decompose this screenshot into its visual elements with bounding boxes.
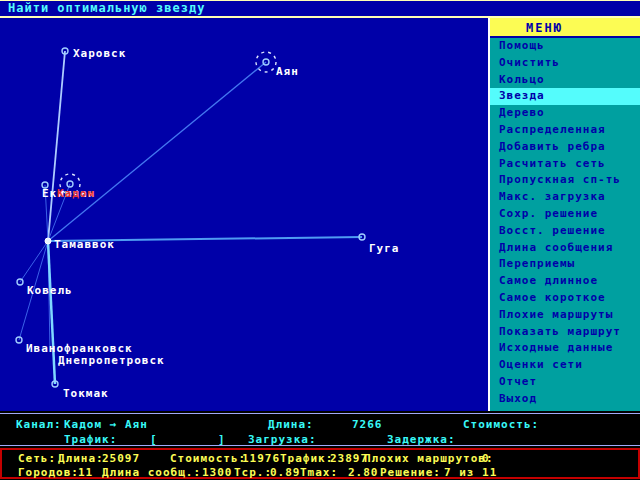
length-value: 7266 <box>352 418 383 431</box>
graph-edge <box>48 62 266 241</box>
menu-item[interactable]: Исходные данные <box>490 340 640 357</box>
node-label: Гуга <box>369 242 400 255</box>
menu-item[interactable]: Плохие маршруты <box>490 307 640 324</box>
menu-panel: МЕНЮ ПомощьОчиститьКольцоЗвездаДеревоРас… <box>488 18 640 411</box>
net-length-value: 25097 <box>102 452 140 465</box>
bad-routes-value: 0 <box>482 452 490 465</box>
solution-label: Решение: <box>380 466 441 479</box>
t-max-value: 2.80 <box>348 466 379 479</box>
menu-item[interactable]: Выход <box>490 391 640 408</box>
traffic-label: Трафик: <box>64 433 117 446</box>
net-length-label: Длина: <box>58 452 104 465</box>
graph-edge <box>20 241 48 282</box>
network-stats-panel: Сеть: Длина: 25097 Стоимость: 11976 Траф… <box>0 448 640 479</box>
msg-length-value: 1300 <box>202 466 233 479</box>
menu-item[interactable]: Оценки сети <box>490 357 640 374</box>
net-label: Сеть: <box>18 452 56 465</box>
net-traffic-value: 23897 <box>330 452 368 465</box>
traffic-bracket-close[interactable]: ] <box>218 433 226 446</box>
menu-item[interactable]: Помощь <box>490 38 640 55</box>
menu-item[interactable]: Макс. загрузка <box>490 189 640 206</box>
menu-item[interactable]: Восст. решение <box>490 223 640 240</box>
node-label: Кадом <box>57 187 95 200</box>
menu-item[interactable]: Добавить ребра <box>490 139 640 156</box>
net-cost-value: 11976 <box>242 452 280 465</box>
channel-label: Канал: <box>16 418 62 431</box>
menu-item[interactable]: Очистить <box>490 55 640 72</box>
menu-item[interactable]: Отчет <box>490 374 640 391</box>
channel-value: Кадом → Аян <box>64 418 148 431</box>
node-label: Токмак <box>63 387 109 400</box>
bad-routes-label: Плохих маршрутов: <box>364 452 494 465</box>
node-label: Харовск <box>73 47 126 60</box>
menu-item[interactable]: Звезда <box>490 88 640 105</box>
node-label: Аян <box>276 65 299 78</box>
menu-list: ПомощьОчиститьКольцоЗвездаДеревоРаспреде… <box>490 38 640 408</box>
hub-label: Тамаввок <box>54 238 115 251</box>
menu-item[interactable]: Распределенная <box>490 122 640 139</box>
graph-edge <box>48 51 65 241</box>
menu-item[interactable]: Расчитать сеть <box>490 156 640 173</box>
network-graph-canvas[interactable]: ХаровскАянЕкимчанКадомКовельИванофранков… <box>0 18 490 411</box>
menu-item[interactable]: Самое короткое <box>490 290 640 307</box>
menu-item[interactable]: Кольцо <box>490 72 640 89</box>
load-label: Загрузка: <box>248 433 317 446</box>
menu-item[interactable]: Показать маршрут <box>490 324 640 341</box>
node-label: Ковель <box>27 284 73 297</box>
t-max-label: Тmax: <box>300 466 338 479</box>
cost-label: Стоимость: <box>463 418 539 431</box>
t-avg-value: 0.89 <box>270 466 301 479</box>
delay-label: Задержка: <box>387 433 456 446</box>
menu-item[interactable]: Дерево <box>490 105 640 122</box>
cities-value: 11 <box>78 466 93 479</box>
page-title: Найти оптимальную звезду <box>0 0 640 16</box>
msg-length-label: Длина сообщ.: <box>102 466 201 479</box>
menu-header: МЕНЮ <box>490 18 640 38</box>
menu-item[interactable]: Самое длинное <box>490 273 640 290</box>
channel-status-panel: Канал: Кадом → Аян Длина: 7266 Стоимость… <box>0 413 640 446</box>
net-cost-label: Стоимость: <box>170 452 246 465</box>
menu-item[interactable]: Переприемы <box>490 256 640 273</box>
cities-label: Городов: <box>18 466 79 479</box>
solution-value: 7 из 11 <box>444 466 497 479</box>
node-label: Днепропетровск <box>58 354 165 367</box>
hub-node[interactable] <box>45 238 51 244</box>
menu-item[interactable]: Длина сообщения <box>490 240 640 257</box>
net-traffic-label: Трафик: <box>280 452 333 465</box>
app-screen: Найти оптимальную звезду ХаровскАянЕкимч… <box>0 0 640 480</box>
menu-item[interactable]: Сохр. решение <box>490 206 640 223</box>
length-label: Длина: <box>268 418 314 431</box>
menu-item[interactable]: Пропускная сп-ть <box>490 172 640 189</box>
traffic-bracket-open[interactable]: [ <box>150 433 158 446</box>
t-avg-label: Тср.: <box>234 466 272 479</box>
